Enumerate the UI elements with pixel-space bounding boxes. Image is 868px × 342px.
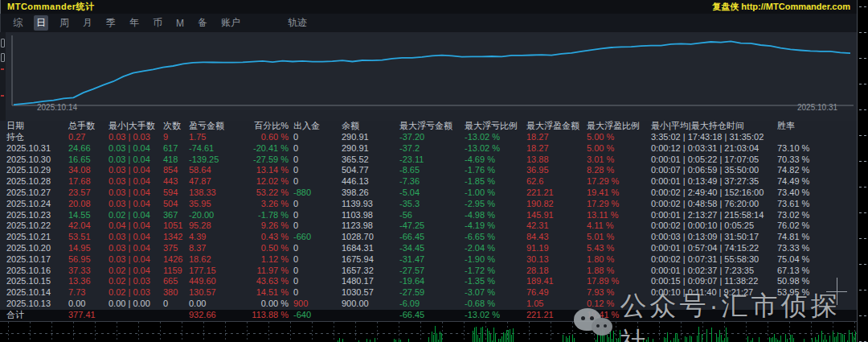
table-cell: -34.45 — [399, 243, 465, 254]
volume-bar — [697, 336, 698, 342]
table-cell: 3.26 % — [247, 199, 293, 210]
table-cell: 7.93 % — [587, 287, 651, 299]
table-cell: 42.04 — [68, 220, 108, 232]
brand-link[interactable]: 复盘侠 http://MTCommander.com — [712, 1, 850, 13]
table-cell: 2025.10.23 — [6, 210, 68, 221]
volume-bar — [721, 335, 722, 342]
grid-line-vertical — [768, 322, 768, 342]
volume-bar — [493, 328, 494, 342]
volume-bar — [665, 338, 666, 342]
table-cell: 0.03 | 0.04 — [108, 176, 163, 187]
equity-chart-svg — [0, 32, 857, 110]
table-cell: -5.04 — [399, 187, 465, 199]
grid-dash — [859, 84, 866, 84]
table-row[interactable]: 2025.10.2934.080.03 | 0.0485458.6413.14 … — [0, 165, 857, 176]
volume-bar — [667, 332, 668, 342]
table-row[interactable]: 2025.10.2420.080.03 | 0.0450435.953.26 %… — [0, 199, 857, 210]
volume-bar — [821, 331, 822, 342]
tab-6-年[interactable]: 年 — [127, 15, 141, 31]
table-cell: 0.02 | 0.03 — [108, 276, 163, 287]
volume-bar — [854, 336, 854, 342]
table-cell: 0.02 | 0.04 — [108, 266, 163, 277]
panel-border — [857, 0, 858, 342]
table-cell: 177.15 — [189, 266, 247, 277]
grid-line-vertical — [51, 322, 52, 342]
volume-bar — [691, 336, 692, 342]
table-row[interactable]: 2025.10.147.730.02 | 0.03380130.5714.51 … — [0, 287, 857, 299]
volume-bar — [503, 332, 504, 342]
table-cell: 合计 — [6, 310, 68, 321]
grid-line-vertical — [594, 322, 595, 342]
volume-bar — [511, 335, 512, 342]
table-cell: -640 — [293, 310, 342, 321]
table-cell: 0.04 | 0.04 — [108, 220, 163, 232]
table-cell: 持仓 — [6, 132, 68, 143]
tab-4-月[interactable]: 月 — [80, 15, 95, 31]
table-cell: 1.80 % — [587, 254, 651, 266]
x-axis-label-end: 2025.10.31 — [797, 103, 837, 112]
table-cell: 932.66 — [189, 310, 247, 321]
table-cell: 8.28 % — [587, 165, 651, 176]
tab-7-币[interactable]: 币 — [150, 15, 165, 31]
grid-line-vertical — [268, 322, 269, 342]
volume-bar — [513, 328, 514, 342]
table-row[interactable]: 2025.10.2723.570.03 | 0.04594138.3353.22… — [0, 187, 857, 199]
table-row[interactable]: 持仓0.270.03 | 0.0391.750.60 %0290.91-37.2… — [0, 132, 857, 143]
table-row[interactable]: 2025.10.2314.550.02 | 0.04367-20.00-1.78… — [0, 210, 857, 221]
table-cell: 0.02 | 0.03 — [108, 287, 163, 299]
tab-11-轨迹[interactable]: 轨迹 — [285, 15, 309, 31]
table-cell: 0:00:02 | 0:07:31 | 55:58:30 — [651, 254, 760, 266]
table-cell: 4.39 — [189, 232, 247, 243]
volume-bar — [428, 337, 429, 342]
table-row[interactable]: 2025.10.1637.330.02 | 0.041159177.1511.9… — [0, 266, 857, 277]
table-cell: 3:35:02 | 17:43:18 | 31:35:02 — [651, 132, 760, 143]
table-cell: -0.68 % — [465, 299, 526, 310]
tab-1-综[interactable]: 综 — [10, 15, 25, 31]
table-row[interactable]: 2025.10.3016.650.03 | 0.04418-139.25-27.… — [0, 155, 857, 166]
tab-9-备[interactable]: 备 — [195, 15, 210, 31]
table-cell: 1139.93 — [342, 199, 399, 210]
table-row[interactable]: 2025.10.2153.510.03 | 0.0413424.390.43 %… — [0, 232, 857, 243]
table-row[interactable]: 2025.10.2014.950.03 | 0.043758.370.50 %0… — [0, 243, 857, 254]
table-cell: -37.20 — [399, 132, 465, 143]
volume-bar — [366, 339, 367, 342]
table-cell: 1342 — [163, 232, 189, 243]
table-cell: 418 — [163, 155, 189, 166]
equity-chart: 2025.10.14 2025.10.31 — [0, 32, 857, 110]
tab-10-账户[interactable]: 账户 — [219, 15, 243, 31]
tab-2-日[interactable]: 日 — [34, 15, 48, 31]
volume-bar — [772, 337, 773, 342]
table-cell: 35.95 — [189, 199, 247, 210]
table-row[interactable]: 2025.10.1513.360.02 | 0.03665449.6043.63… — [0, 276, 857, 287]
table-cell: 0:00:01 | 2:13:27 | 215:58:14 — [651, 210, 760, 221]
grid-dash — [859, 315, 866, 316]
table-row[interactable]: 2025.10.130.000.00 | 0.0000.000.00 %9009… — [0, 299, 857, 310]
volume-bar — [510, 329, 510, 342]
grid-dash — [859, 187, 866, 187]
volume-bar — [727, 337, 728, 342]
table-cell: 377.41 — [68, 310, 108, 321]
table-row[interactable]: 2025.10.1756.950.03 | 0.04142618.621.12 … — [0, 254, 857, 266]
table-cell: 0:00:01 | 0:02:37 | 7:23:35 — [651, 266, 760, 277]
volume-bar — [726, 328, 727, 342]
table-row[interactable]: 2025.10.3124.660.03 | 0.04617-74.61-20.4… — [0, 143, 857, 155]
table-row[interactable]: 2025.10.2242.040.04 | 0.04105195.289.26 … — [0, 220, 857, 232]
table-cell: -20.41 % — [247, 143, 293, 155]
volume-bar — [792, 335, 792, 342]
grid-line-vertical — [8, 322, 9, 342]
table-cell: 0.03 | 0.04 — [108, 155, 163, 166]
table-cell: 446.13 — [342, 176, 399, 187]
grid-line-vertical — [442, 322, 443, 342]
tab-5-季[interactable]: 季 — [104, 15, 118, 31]
tab-8-M[interactable]: M — [174, 17, 186, 30]
grid-dash — [859, 161, 866, 162]
grid-dash — [859, 290, 866, 290]
volume-bar — [818, 335, 819, 342]
table-row[interactable]: 2025.10.2817.680.03 | 0.0444347.8712.02 … — [0, 176, 857, 187]
volume-bar — [678, 339, 679, 342]
tab-3-周[interactable]: 周 — [57, 15, 72, 31]
header-cell: 最小|大手数 — [108, 121, 163, 132]
volume-bar — [489, 331, 489, 342]
grid-line-vertical — [464, 322, 465, 342]
header-cell: 胜率 — [760, 121, 848, 132]
